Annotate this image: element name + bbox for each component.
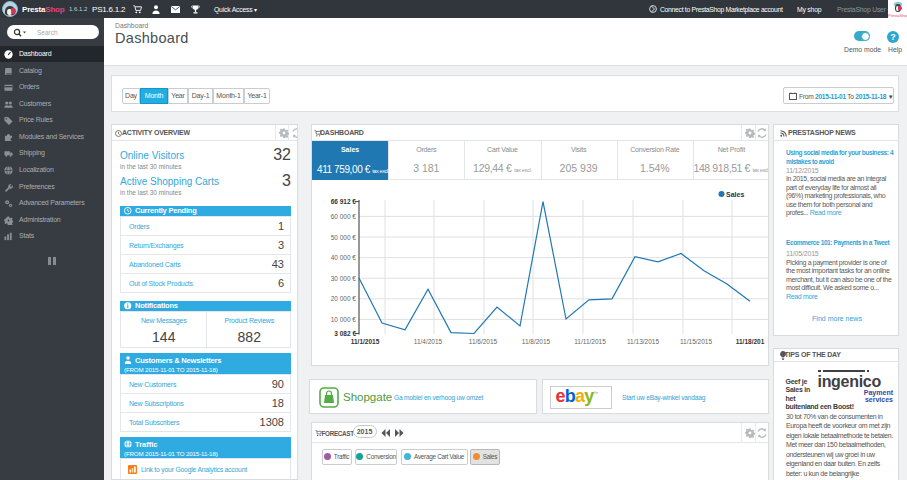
svg-text:20 000 €: 20 000 € xyxy=(331,295,357,302)
svg-text:Sales: Sales xyxy=(726,191,744,198)
svg-text:3 082 €: 3 082 € xyxy=(334,330,356,337)
svg-text:10 000 €: 10 000 € xyxy=(331,316,357,323)
svg-text:50 000 €: 50 000 € xyxy=(331,234,357,241)
svg-text:40 000 €: 40 000 € xyxy=(331,254,357,261)
svg-text:11/11/2015: 11/11/2015 xyxy=(574,338,606,345)
svg-text:60 000 €: 60 000 € xyxy=(331,213,357,220)
svg-text:11/18/201: 11/18/201 xyxy=(736,338,765,345)
svg-text:11/13/2015: 11/13/2015 xyxy=(627,338,659,345)
svg-text:66 912 €: 66 912 € xyxy=(331,198,357,205)
svg-text:30 000 €: 30 000 € xyxy=(331,275,357,282)
svg-text:11/6/2015: 11/6/2015 xyxy=(469,338,498,345)
svg-text:11/4/2015: 11/4/2015 xyxy=(414,338,443,345)
svg-text:11/1/2015: 11/1/2015 xyxy=(351,338,380,345)
svg-text:11/8/2015: 11/8/2015 xyxy=(522,338,551,345)
svg-text:11/15/2015: 11/15/2015 xyxy=(680,338,712,345)
